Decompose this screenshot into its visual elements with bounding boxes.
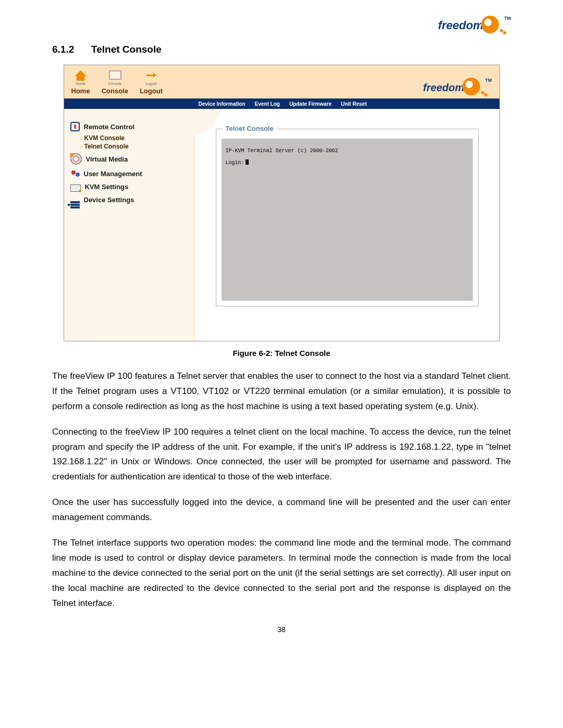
sidebar-telnet-console-label: Telnet Console bbox=[84, 143, 129, 150]
sidebar-user-management[interactable]: User Management bbox=[68, 167, 194, 180]
device-settings-icon bbox=[70, 201, 80, 203]
ss-logo-dots-icon bbox=[481, 91, 484, 94]
paragraph-4: The Telnet interface supports two operat… bbox=[52, 536, 511, 611]
ss-main: Telnet Console IP-KVM Terminal Server (c… bbox=[194, 109, 499, 341]
section-number: 6.1.2 bbox=[52, 44, 91, 55]
telnet-login-prompt: Login: bbox=[226, 160, 244, 166]
sidebar-kvm-settings[interactable]: KVM Settings bbox=[68, 180, 194, 193]
section-title: Telnet Console bbox=[91, 44, 162, 55]
section-heading: 6.1.2Telnet Console bbox=[52, 44, 511, 55]
console-icon bbox=[109, 70, 121, 80]
sidebar-kvm-console[interactable]: ○KVM Console bbox=[68, 134, 194, 142]
logout-icon bbox=[145, 70, 157, 81]
bullet-icon: ○ bbox=[80, 144, 83, 150]
remote-control-icon bbox=[70, 122, 80, 131]
menubar-unit-reset[interactable]: Unit Reset bbox=[341, 101, 366, 107]
sidebar-kvm-settings-label: KVM Settings bbox=[85, 183, 129, 191]
topnav-home-tiny: Home bbox=[71, 82, 90, 86]
sidebar-device-settings[interactable]: Device Settings bbox=[68, 193, 194, 206]
logo-nine-icon bbox=[481, 16, 499, 33]
sidebar-telnet-console[interactable]: ○Telnet Console bbox=[68, 142, 194, 151]
ss-body: Remote Control ○KVM Console ○Telnet Cons… bbox=[64, 109, 499, 341]
freedom9-logo: freedomTM bbox=[438, 16, 511, 33]
telnet-line-banner: IP-KVM Terminal Server (c) 2000-2002 bbox=[226, 148, 469, 154]
sidebar-kvm-console-label: KVM Console bbox=[84, 134, 125, 142]
sidebar-user-mgmt-label: User Management bbox=[84, 170, 142, 178]
topnav-logout-tiny: Logout bbox=[140, 82, 163, 86]
page-number: 38 bbox=[52, 625, 511, 634]
topnav-logout-label: Logout bbox=[140, 87, 163, 95]
virtual-media-icon bbox=[70, 153, 82, 165]
menubar-device-info[interactable]: Device Information bbox=[199, 101, 246, 107]
kvm-settings-icon bbox=[70, 184, 81, 192]
user-management-icon bbox=[70, 170, 80, 178]
figure-screenshot: Home Home Console Console Logout Logout … bbox=[64, 65, 500, 341]
paragraph-1: The freeView IP 100 features a Telnet se… bbox=[52, 369, 511, 414]
topnav-logout[interactable]: Logout Logout bbox=[140, 70, 163, 95]
ss-logo-nine-icon bbox=[462, 78, 480, 95]
ss-menubar: Device Information Event Log Update Firm… bbox=[64, 98, 499, 109]
sidebar-device-settings-label: Device Settings bbox=[84, 196, 134, 204]
telnet-line-login: Login: bbox=[226, 159, 469, 166]
sidebar-virtual-media[interactable]: Virtual Media bbox=[68, 151, 194, 167]
topnav-console-tiny: Console bbox=[102, 82, 128, 86]
figure-caption: Figure 6-2: Telnet Console bbox=[52, 349, 511, 357]
topnav-console-label: Console bbox=[102, 87, 128, 95]
topnav-console[interactable]: Console Console bbox=[102, 70, 128, 95]
paragraph-3: Once the user has successfully logged in… bbox=[52, 495, 511, 525]
bullet-icon: ○ bbox=[80, 135, 83, 141]
telnet-legend: Telnet Console bbox=[223, 125, 277, 132]
logo-tm: TM bbox=[504, 16, 511, 21]
ss-logo: freedomTM bbox=[423, 78, 492, 95]
topnav-home[interactable]: Home Home bbox=[71, 70, 90, 95]
paragraph-2: Connecting to the freeView IP 100 requir… bbox=[52, 425, 511, 485]
ss-sidebar: Remote Control ○KVM Console ○Telnet Cons… bbox=[64, 109, 194, 341]
cursor-icon bbox=[246, 159, 249, 165]
sidebar-remote-label: Remote Control bbox=[84, 123, 135, 131]
ss-logo-tm: TM bbox=[485, 78, 492, 83]
logo-text: freedom bbox=[438, 19, 483, 32]
telnet-terminal[interactable]: IP-KVM Terminal Server (c) 2000-2002 Log… bbox=[222, 139, 473, 301]
home-icon bbox=[75, 70, 87, 81]
menubar-event-log[interactable]: Event Log bbox=[255, 101, 280, 107]
page-header-logo: freedomTM bbox=[52, 16, 511, 33]
ss-logo-text: freedom bbox=[423, 82, 464, 93]
ss-topnav: Home Home Console Console Logout Logout bbox=[71, 70, 163, 95]
menubar-update-firmware[interactable]: Update Firmware bbox=[289, 101, 332, 107]
logo-dots-icon bbox=[500, 29, 503, 32]
sidebar-virtual-media-label: Virtual Media bbox=[86, 155, 128, 163]
sidebar-remote-control[interactable]: Remote Control bbox=[68, 119, 194, 134]
topnav-home-label: Home bbox=[71, 87, 90, 95]
ss-topbar: Home Home Console Console Logout Logout … bbox=[64, 65, 499, 98]
telnet-fieldset: Telnet Console IP-KVM Terminal Server (c… bbox=[216, 129, 479, 306]
